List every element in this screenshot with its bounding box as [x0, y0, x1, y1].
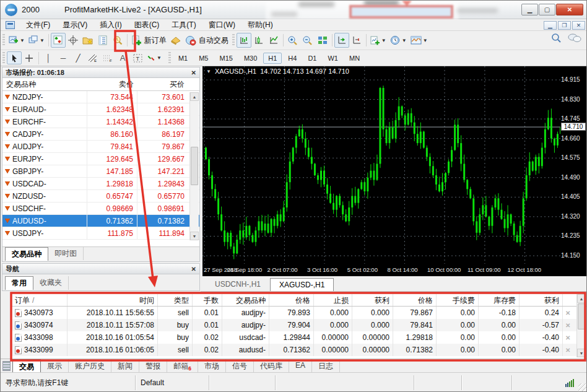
- order-close-icon[interactable]: ✕: [563, 322, 573, 329]
- order-close-icon[interactable]: ✕: [563, 310, 573, 316]
- scroll-down-icon[interactable]: ▼: [190, 232, 199, 240]
- status-profile[interactable]: Default: [136, 375, 209, 390]
- scroll-up-icon[interactable]: ▲: [190, 92, 199, 101]
- timeframe-d1[interactable]: D1: [303, 53, 321, 64]
- toolbar-grip[interactable]: [168, 52, 171, 64]
- order-close-icon[interactable]: ✕: [563, 334, 573, 341]
- cursor-tool-button[interactable]: [7, 51, 22, 64]
- tile-windows-button[interactable]: [315, 33, 330, 48]
- market-watch-row[interactable]: GBPJPY-147.185147.221: [2, 165, 199, 178]
- orders-column-5[interactable]: 价格: [269, 294, 314, 306]
- menu-item[interactable]: 窗口(W): [202, 19, 241, 31]
- market-watch-toggle-button[interactable]: [51, 33, 66, 48]
- column-ask[interactable]: 买价: [137, 79, 188, 90]
- orders-column-7[interactable]: 获利: [352, 294, 393, 306]
- chart-minimize-button[interactable]: ▁: [544, 21, 557, 30]
- resize-grip[interactable]: [578, 383, 587, 392]
- timeframe-w1[interactable]: W1: [323, 53, 343, 64]
- column-bid[interactable]: 卖价: [87, 79, 137, 90]
- chart-restore-button[interactable]: ❐: [558, 21, 571, 30]
- market-watch-row[interactable]: EURAUD-1.623481.62391: [2, 103, 199, 116]
- column-symbol[interactable]: 交易品种: [2, 79, 87, 90]
- order-row[interactable]: 34330992018.10.16 01:06:05sell0.02audusd…: [12, 344, 587, 356]
- navigator-header[interactable]: 导航 ✕: [2, 263, 200, 274]
- orders-column-6[interactable]: 止损: [314, 294, 352, 306]
- menu-item[interactable]: 文件(F): [20, 19, 56, 31]
- autoscroll-button[interactable]: [334, 33, 349, 48]
- timeframe-m1[interactable]: M1: [173, 53, 193, 64]
- market-watch-tab[interactable]: 即时图: [48, 247, 84, 260]
- market-watch-row[interactable]: AUDUSD-0.713620.71382: [2, 215, 199, 227]
- orders-column-9[interactable]: 手续费: [437, 294, 479, 306]
- crosshair-tool-button[interactable]: [22, 51, 37, 64]
- order-row[interactable]: 34309742018.10.11 15:57:08buy0.01audjpy-…: [12, 319, 587, 331]
- window-maximize-button[interactable]: ▢: [539, 4, 555, 15]
- menu-item[interactable]: 帮助(H): [241, 19, 279, 31]
- timeframe-m15[interactable]: M15: [214, 53, 237, 64]
- chart-tab[interactable]: XAGUSD-,H1: [270, 278, 334, 291]
- timeframe-m30[interactable]: M30: [239, 53, 262, 64]
- vertical-line-tool-button[interactable]: │: [41, 51, 56, 64]
- time-axis[interactable]: 27 Sep 201828 Sep 18:002 Oct 07:003 Oct …: [202, 264, 586, 276]
- orders-column-8[interactable]: 价格: [393, 294, 437, 306]
- new-chart-button[interactable]: ▼: [7, 33, 27, 48]
- search-icon[interactable]: [551, 33, 562, 43]
- market-watch-row[interactable]: AUDJPY-79.84179.867: [2, 141, 199, 153]
- line-chart-button[interactable]: [266, 33, 281, 48]
- market-watch-row[interactable]: USDCAD-1.298181.29843: [2, 178, 199, 190]
- orders-column-4[interactable]: 交易品种: [222, 294, 269, 306]
- terminal-toggle-button[interactable]: [95, 33, 110, 48]
- order-row[interactable]: 34309732018.10.11 15:56:55sell0.01audjpy…: [12, 307, 587, 319]
- market-watch-row[interactable]: EURJPY-129.645129.667: [2, 153, 199, 165]
- menu-item[interactable]: 工具(T): [165, 19, 202, 31]
- scroll-up-icon[interactable]: ▲: [577, 294, 586, 303]
- order-row[interactable]: 34330982018.10.16 01:05:54buy0.02usdcad-…: [12, 331, 587, 344]
- timeframe-mn[interactable]: MN: [344, 53, 365, 64]
- market-watch-close-icon[interactable]: ✕: [191, 69, 196, 76]
- indicators-button[interactable]: ▼: [368, 33, 388, 48]
- candlestick-button[interactable]: [251, 33, 266, 48]
- timeframe-m5[interactable]: M5: [194, 53, 213, 64]
- market-watch-row[interactable]: NZDUSD-0.657470.65770: [2, 190, 199, 203]
- chart-plot-area[interactable]: ▼ XAGUSD-,H1 14.702 14.713 14.697 14.710: [202, 66, 560, 264]
- autotrading-button[interactable]: 自动交易: [183, 33, 230, 48]
- orders-column-2[interactable]: 类型: [158, 294, 193, 306]
- templates-button[interactable]: ▼: [409, 33, 430, 48]
- scrollbar-thumb[interactable]: [578, 303, 585, 329]
- orders-column-0[interactable]: 订单 /: [12, 294, 67, 306]
- orders-column-3[interactable]: 手数: [193, 294, 222, 306]
- metaeditor-button[interactable]: [168, 33, 183, 48]
- window-minimize-button[interactable]: ▁: [521, 4, 538, 15]
- market-watch-row[interactable]: CADJPY-86.16086.197: [2, 128, 199, 141]
- arrows-tool-button[interactable]: ▼: [145, 51, 163, 64]
- label-tool-button[interactable]: T: [130, 51, 145, 64]
- zoom-in-button[interactable]: [285, 33, 300, 48]
- toolbar-grip[interactable]: [232, 34, 235, 46]
- market-watch-tab[interactable]: 交易品种: [5, 247, 48, 261]
- horizontal-line-tool-button[interactable]: ─: [56, 51, 71, 64]
- market-watch-row[interactable]: NZDJPY-73.54473.601: [2, 91, 199, 103]
- toolbar-grip[interactable]: [2, 34, 5, 46]
- market-watch-row[interactable]: USDJPY-111.875111.894: [2, 227, 199, 240]
- strategy-tester-button[interactable]: [110, 33, 125, 48]
- chart-menu-caret-icon[interactable]: ▼: [206, 69, 211, 74]
- trendline-tool-button[interactable]: ╱: [71, 51, 85, 64]
- chart-shift-button[interactable]: [349, 33, 364, 48]
- zoom-out-button[interactable]: [300, 33, 315, 48]
- navigator-close-icon[interactable]: ✕: [191, 266, 196, 272]
- bar-chart-button[interactable]: [237, 33, 251, 48]
- orders-column-11[interactable]: 获利: [520, 294, 563, 306]
- new-order-button[interactable]: 新订单: [129, 33, 168, 48]
- orders-column-1[interactable]: 时间: [67, 294, 158, 306]
- price-axis[interactable]: 14.91514.83014.74514.66014.57514.49014.4…: [560, 66, 586, 264]
- market-watch-scrollbar[interactable]: ▲ ▼: [189, 92, 199, 240]
- periods-button[interactable]: ▼: [388, 33, 409, 48]
- navigator-toggle-button[interactable]: [80, 33, 95, 48]
- text-tool-button[interactable]: A: [115, 51, 130, 64]
- chat-icon[interactable]: [568, 33, 581, 43]
- navigator-tab[interactable]: 收藏夹: [33, 276, 69, 290]
- window-close-button[interactable]: ✕: [556, 4, 583, 15]
- chart-tab[interactable]: USDCNH-,H1: [206, 277, 270, 291]
- menu-item[interactable]: 图表(C): [128, 19, 166, 31]
- orders-column-10[interactable]: 库存费: [479, 294, 520, 306]
